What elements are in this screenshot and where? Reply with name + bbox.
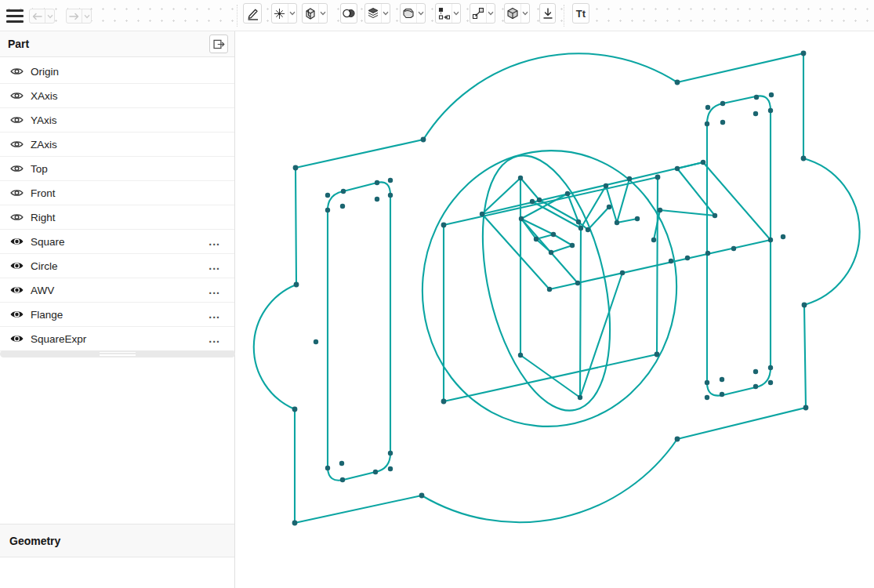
sidebar-item-awv[interactable]: AWV... — [0, 278, 234, 303]
chevron-down-icon[interactable] — [486, 4, 495, 23]
chevron-down-icon[interactable] — [452, 4, 460, 23]
sidebar-item-right[interactable]: Right — [0, 205, 234, 230]
sidebar-item-label: Right — [31, 212, 56, 223]
linear-pattern-icon — [436, 7, 452, 20]
download-icon — [542, 8, 553, 20]
arrow-right-icon[interactable] — [67, 9, 82, 23]
resize-grip-icon — [100, 352, 136, 356]
sidebar-item-label: Origin — [31, 66, 59, 78]
chevron-down-icon[interactable] — [416, 4, 425, 23]
visibility-eye-outline-icon[interactable] — [10, 114, 24, 127]
visibility-eye-filled-icon[interactable] — [10, 260, 24, 273]
sidebar-item-front[interactable]: Front — [0, 181, 234, 205]
sidebar-item-label: Front — [31, 187, 56, 199]
solid-cube-button[interactable] — [504, 3, 530, 24]
sidebar-item-square[interactable]: Square... — [0, 230, 234, 254]
sidebar-item-label: Flange — [31, 309, 63, 321]
sidebar-item-label: ZAxis — [31, 139, 57, 151]
chevron-down-icon[interactable] — [520, 4, 529, 23]
loft-button[interactable] — [364, 3, 390, 24]
cube-icon — [505, 7, 520, 20]
pencil-icon — [246, 7, 259, 20]
viewport-3d[interactable] — [236, 32, 874, 588]
toolbar-separator — [564, 5, 564, 27]
part-tree-list: OriginXAxisYAxisZAxisTopFrontRightSquare… — [0, 60, 234, 351]
wireframe-canvas[interactable] — [236, 32, 874, 588]
visibility-eye-outline-icon[interactable] — [10, 162, 24, 176]
transform-move-icon — [470, 7, 486, 20]
sidebar-item-flange[interactable]: Flange... — [0, 303, 234, 327]
arrow-left-icon[interactable] — [30, 9, 45, 23]
panel-collapse-right-icon — [213, 39, 225, 49]
text-tool-label: Tt — [576, 8, 586, 20]
text-tool-button[interactable]: Tt — [572, 3, 589, 24]
extrude-icon — [303, 7, 318, 20]
visibility-eye-filled-icon[interactable] — [10, 235, 24, 249]
chevron-down-icon[interactable] — [82, 9, 91, 23]
fillet-cube-icon — [401, 7, 416, 20]
visibility-eye-outline-icon[interactable] — [10, 89, 24, 103]
top-toolbar: Tt — [0, 0, 874, 31]
extrude-button[interactable] — [302, 3, 328, 24]
panel-collapse-button[interactable] — [209, 34, 228, 53]
chevron-down-icon[interactable] — [381, 4, 390, 23]
visibility-eye-outline-icon[interactable] — [10, 138, 24, 151]
sidebar-item-xaxis[interactable]: XAxis — [0, 84, 234, 108]
visibility-eye-filled-icon[interactable] — [10, 332, 24, 346]
sidebar-item-label: YAxis — [31, 114, 57, 126]
sidebar-item-label: SquareExpr — [31, 333, 86, 345]
sidebar-item-label: Top — [31, 163, 48, 175]
chevron-down-icon[interactable] — [45, 9, 54, 23]
visibility-eye-filled-icon[interactable] — [10, 308, 24, 321]
visibility-eye-outline-icon[interactable] — [10, 211, 24, 224]
sidebar-item-zaxis[interactable]: ZAxis — [0, 132, 234, 157]
transform-button[interactable] — [470, 3, 495, 24]
geometry-section-header[interactable]: Geometry — [0, 524, 234, 557]
part-tree-panel: Part OriginXAxisYAxisZAxisTopFrontRightS… — [0, 31, 235, 588]
sidebar-item-label: Square — [31, 236, 65, 248]
chevron-down-icon[interactable] — [318, 4, 327, 23]
item-menu-ellipsis-icon[interactable]: ... — [209, 336, 220, 341]
boolean-button[interactable] — [340, 3, 357, 24]
geometry-section-title: Geometry — [9, 535, 60, 547]
left-slot — [328, 182, 390, 480]
awv-text — [482, 162, 771, 397]
sparkle-icon — [272, 8, 288, 20]
item-menu-ellipsis-icon[interactable]: ... — [209, 312, 220, 317]
part-panel-title: Part — [8, 38, 29, 50]
pattern-button[interactable] — [435, 3, 461, 24]
item-menu-ellipsis-icon[interactable]: ... — [209, 263, 220, 268]
undo-button[interactable] — [29, 9, 55, 24]
sidebar-item-origin[interactable]: Origin — [0, 60, 234, 84]
vertex-points — [292, 51, 809, 526]
import-button[interactable] — [539, 3, 556, 24]
redo-button[interactable] — [66, 9, 92, 24]
sidebar-item-squareexpr[interactable]: SquareExpr... — [0, 327, 234, 351]
visibility-eye-filled-icon[interactable] — [10, 284, 24, 297]
hamburger-menu-icon[interactable] — [6, 9, 24, 23]
sketch-pencil-button[interactable] — [243, 3, 262, 24]
sparkle-point-button[interactable] — [271, 3, 297, 24]
panel-resize-handle[interactable] — [0, 350, 235, 358]
sidebar-item-top[interactable]: Top — [0, 157, 234, 181]
part-panel-header: Part — [0, 31, 234, 57]
toolbar-separator — [237, 5, 238, 27]
chevron-down-icon[interactable] — [288, 4, 296, 23]
boolean-circles-icon — [343, 9, 355, 18]
layers-icon — [365, 7, 381, 20]
visibility-eye-outline-icon[interactable] — [10, 65, 24, 78]
visibility-eye-outline-icon[interactable] — [10, 187, 24, 200]
right-slot — [707, 96, 771, 395]
item-menu-ellipsis-icon[interactable]: ... — [209, 239, 220, 244]
sidebar-item-label: AWV — [31, 285, 54, 296]
sidebar-item-label: Circle — [31, 260, 58, 272]
sidebar-item-yaxis[interactable]: YAxis — [0, 108, 234, 132]
sidebar-item-circle[interactable]: Circle... — [0, 254, 234, 278]
fillet-button[interactable] — [400, 3, 426, 24]
item-menu-ellipsis-icon[interactable]: ... — [209, 288, 220, 292]
sidebar-item-label: XAxis — [31, 90, 58, 102]
